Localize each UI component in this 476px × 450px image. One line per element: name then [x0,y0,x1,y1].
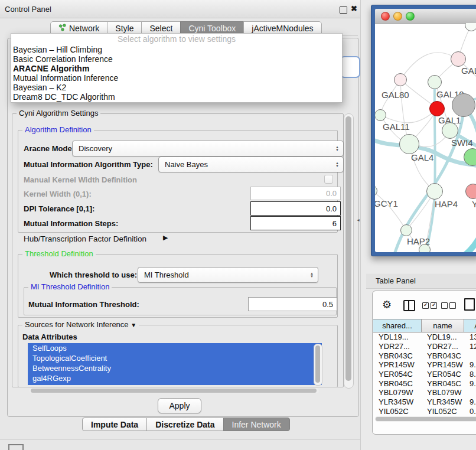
settings-hscrollbar[interactable] [30,388,319,393]
table-cell: YLR345W [373,397,422,406]
collapse-arrow-icon[interactable]: ◄ [356,218,360,222]
node-label: GAL [461,66,476,76]
float-panel-icon[interactable] [340,6,347,14]
screen: Control Panel ✖ NetworkStyleSelectCyni T… [0,0,476,450]
node-gal4[interactable] [399,134,419,154]
node-hap4[interactable] [426,183,443,200]
table-panel-title: Table Panel [376,276,416,285]
columns-icon[interactable] [403,300,415,311]
node-gal80[interactable] [394,73,407,86]
algorithm-option[interactable]: Bayesian – K2 [11,83,342,92]
table-cell: YDR27... [373,342,422,351]
table-body: YDL19...YDL19...13YDR27...YDR27...12YBR0… [373,332,476,415]
node-hap2[interactable] [400,224,412,236]
node-gal[interactable] [451,51,466,67]
table-cell: YIL052C [422,407,464,415]
table-row[interactable]: YLR345WYLR345W9. [373,397,476,407]
algorithm-list: Bayesian – Hill ClimbingBasic Correlatio… [11,45,342,102]
attribute-item[interactable]: BetweennessCentrality [28,363,322,373]
table-row[interactable]: YBL079WYBL079W [373,388,476,397]
table-cell: YPR145W [422,360,464,369]
table-cell: YBL079W [422,388,464,397]
minimize-traffic-icon[interactable] [393,12,402,21]
attribute-item[interactable]: gal4RGexp [28,373,322,383]
attributes-vscrollbar-thumb[interactable] [315,345,320,383]
mi-steps-label: Mutual Information Steps: [24,219,118,228]
aracne-mode-label: Aracne Mode: [24,144,74,153]
attribute-item[interactable]: SelfLoops [28,343,322,353]
aracne-mode-combobox[interactable]: Discovery ▲▼ [72,141,344,156]
bottom-tab-infer-network[interactable]: Infer Network [223,418,290,431]
table-row[interactable]: YPR145WYPR145W9. [373,360,476,370]
bottom-divider [0,439,366,440]
table-cell: 9. [464,360,476,369]
panel-divider[interactable] [360,0,361,450]
table-hscrollbar-thumb[interactable] [376,417,476,421]
which-threshold-value: MI Threshold [144,270,189,279]
close-traffic-icon[interactable] [381,12,390,21]
select-all-checks-icon[interactable]: ✔✔ [422,302,437,309]
manual-kernel-checkbox[interactable] [324,175,333,184]
node-label: SWI4 [451,138,473,148]
algorithm-option[interactable]: Dream8 DC_TDC Algorithm [11,92,342,102]
attributes-vscrollbar[interactable] [314,344,322,386]
network-canvas[interactable]: GALGAL80GAL10GAL1SWI4GAL11GAL4GCY1HAP4YH… [375,23,476,252]
table-cell: 0. [464,407,476,415]
bottom-tab-impute-data[interactable]: Impute Data [82,418,147,431]
mi-threshold-field[interactable]: 0.5 [248,297,337,311]
hub-section-label[interactable]: Hub/Transcription Factor Definition [24,234,146,243]
node-gal11[interactable] [375,109,386,121]
node-gal10[interactable] [428,75,442,89]
expand-right-icon[interactable]: ▶ [163,234,168,242]
table-row[interactable]: YIL052CYIL052C0. [373,407,476,415]
settings-hscrollbar-thumb[interactable] [31,389,317,393]
which-threshold-label: Which threshold to use: [50,270,137,279]
table-row[interactable]: YBR045CYBR045C9. [373,379,476,388]
collapse-down-icon: ▼ [131,322,136,328]
close-icon[interactable]: ✖ [351,4,357,13]
table-cell: YBR045C [422,379,464,388]
algorithm-definition-title: Algorithm Definition [22,125,94,134]
column-header-a[interactable]: A [464,319,476,332]
bottom-tab-discretize-data[interactable]: Discretize Data [146,418,223,431]
deselect-all-checks-icon[interactable] [441,302,456,309]
table-row[interactable]: YDL19...YDL19...13 [373,332,476,342]
node-gal1[interactable] [429,101,445,116]
data-attributes-label: Data Attributes [22,332,77,341]
manual-kernel-label: Manual Kernel Width Definition [24,175,137,184]
algorithm-option[interactable]: Bayesian – Hill Climbing [11,45,342,54]
dpi-tolerance-field[interactable]: 0.0 [250,201,341,216]
data-attributes-list[interactable]: SelfLoopsTopologicalCoefficientBetweenne… [28,343,322,385]
node-swi4[interactable] [442,122,458,139]
network-view: GALGAL80GAL10GAL1SWI4GAL11GAL4GCY1HAP4YH… [375,9,476,252]
apply-button[interactable]: Apply [158,398,201,413]
document-icon[interactable] [464,298,475,311]
column-header-name[interactable]: name [422,319,464,332]
node[interactable] [419,244,431,252]
table-cell: YPR145W [373,360,422,369]
mi-steps-field[interactable]: 6 [250,216,341,230]
settings-vscrollbar-thumb[interactable] [345,116,351,381]
table-cell: YIL052C [373,407,422,415]
algorithm-dropdown[interactable]: Select algorithm to view settings Bayesi… [11,33,343,103]
table-row[interactable]: YER054CYER054C8. [373,370,476,379]
algorithm-option[interactable]: ARACNE Algorithm [11,64,342,73]
table-row[interactable]: YBR043CYBR043C [373,351,476,360]
table-hscrollbar[interactable] [375,416,476,422]
node[interactable] [452,93,475,117]
network-icon [58,24,66,33]
mi-type-combobox[interactable]: Naive Bayes ▲▼ [158,156,344,172]
network-titlebar[interactable] [375,9,476,24]
table-row[interactable]: YDR27...YDR27...12 [373,342,476,351]
which-threshold-combobox[interactable]: MI Threshold ▲▼ [138,267,318,283]
dock-panel-icon[interactable] [8,444,24,450]
settings-vscrollbar[interactable] [344,113,354,389]
column-header-shared[interactable]: shared... [373,319,422,332]
table-cell: YER054C [373,370,422,379]
sources-title[interactable]: Sources for Network Inference ▼ [22,320,139,329]
zoom-traffic-icon[interactable] [406,12,415,21]
algorithm-option[interactable]: Mutual Information Inference [11,73,342,83]
attribute-item[interactable]: TopologicalCoefficient [28,353,322,363]
gear-icon[interactable]: ⚙ [382,298,392,311]
algorithm-option[interactable]: Basic Correlation Inference [11,54,342,64]
